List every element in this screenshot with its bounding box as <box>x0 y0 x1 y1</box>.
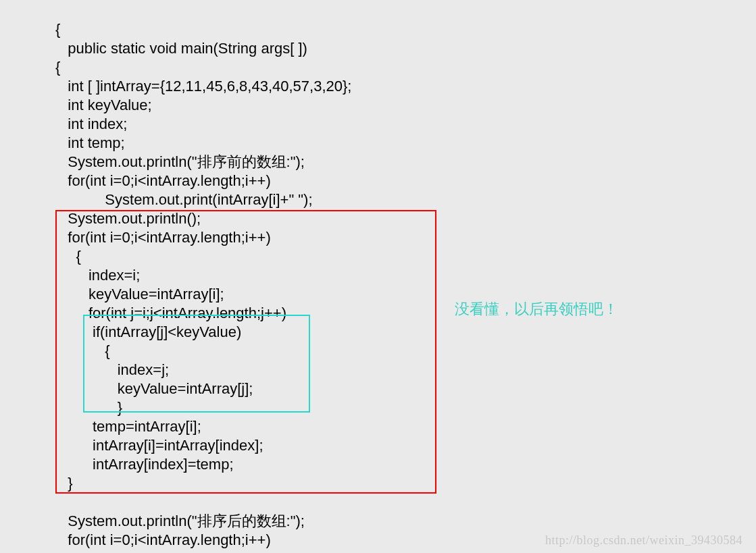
code-line: keyValue=intArray[i]; <box>55 286 224 302</box>
code-line: index=i; <box>55 267 140 284</box>
code-line: { <box>55 59 60 76</box>
code-line: System.out.println("排序前的数组:"); <box>55 153 305 170</box>
code-line: intArray[i]=intArray[index]; <box>55 437 263 454</box>
code-line: { <box>55 342 110 359</box>
code-line: { <box>55 21 60 38</box>
code-line: temp=intArray[i]; <box>55 418 201 435</box>
code-line: public static void main(String args[ ]) <box>55 40 307 57</box>
code-line: for(int i=0;i<intArray.length;i++) <box>55 531 271 548</box>
code-line: for(int i=0;i<intArray.length;i++) <box>55 229 271 246</box>
code-line: System.out.println(); <box>55 210 201 227</box>
code-block: { public static void main(String args[ ]… <box>55 1 352 550</box>
code-line: if(intArray[j]<keyValue) <box>55 323 241 340</box>
code-line: int keyValue; <box>55 97 152 113</box>
code-line: int [ ]intArray={12,11,45,6,8,43,40,57,3… <box>55 78 352 95</box>
annotation-text: 没看懂，以后再领悟吧！ <box>455 299 618 319</box>
code-line: System.out.println("排序后的数组:"); <box>55 512 305 529</box>
code-line: } <box>55 475 73 492</box>
code-line: keyValue=intArray[j]; <box>55 380 253 397</box>
code-line: { <box>55 248 81 265</box>
code-line: } <box>55 399 122 416</box>
code-line: int index; <box>55 115 127 132</box>
code-line: for(int j=i;j<intArray.length;j++) <box>55 305 286 321</box>
code-line: for(int i=0;i<intArray.length;i++) <box>55 172 271 189</box>
code-line: intArray[index]=temp; <box>55 456 234 473</box>
code-line: index=j; <box>55 361 169 378</box>
code-line: int temp; <box>55 134 125 151</box>
code-line: System.out.print(intArray[i]+" "); <box>55 191 313 208</box>
watermark-text: http://blog.csdn.net/weixin_39430584 <box>545 533 742 548</box>
